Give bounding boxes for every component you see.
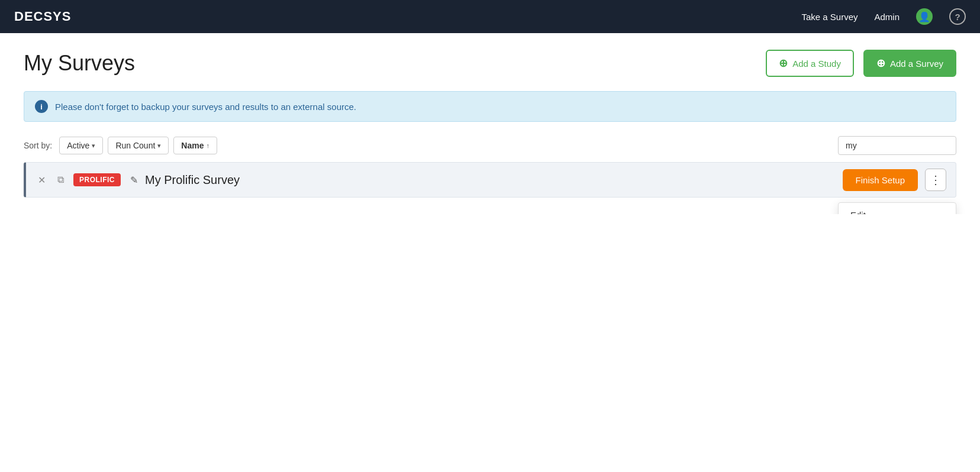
prolific-badge: PROLIFIC xyxy=(73,173,121,186)
brand-logo: DECSYS xyxy=(14,9,71,24)
sort-controls: Sort by: Active ▾ Run Count ▾ Name ↑ xyxy=(24,137,217,154)
sort-active-button[interactable]: Active ▾ xyxy=(59,137,103,154)
survey-row: ✕ ⧉ PROLIFIC ✎ My Prolific Survey Finish… xyxy=(24,162,956,198)
sort-bar: Sort by: Active ▾ Run Count ▾ Name ↑ xyxy=(24,136,956,155)
user-avatar[interactable]: 👤 xyxy=(916,8,933,25)
main-content: My Surveys ⊕ Add a Study ⊕ Add a Survey … xyxy=(0,33,980,214)
sort-by-label: Sort by: xyxy=(24,141,52,150)
info-message: Please don't forget to backup your surve… xyxy=(55,102,356,112)
survey-edit-icon[interactable]: ✎ xyxy=(130,174,138,186)
help-button[interactable]: ? xyxy=(949,8,966,25)
finish-setup-button[interactable]: Finish Setup xyxy=(843,169,918,191)
sort-name-button[interactable]: Name ↑ xyxy=(173,137,217,154)
user-icon: 👤 xyxy=(918,11,930,22)
search-input[interactable] xyxy=(838,136,956,155)
copy-row-button[interactable]: ⧉ xyxy=(55,172,66,187)
add-survey-button[interactable]: ⊕ Add a Survey xyxy=(863,50,956,77)
navbar-right: Take a Survey Admin 👤 ? xyxy=(801,8,966,25)
page-header: My Surveys ⊕ Add a Study ⊕ Add a Survey xyxy=(24,50,956,77)
admin-link[interactable]: Admin xyxy=(874,12,900,22)
dropdown-menu: Edit Prolific Details Preview Export Cha… xyxy=(838,202,956,214)
header-buttons: ⊕ Add a Study ⊕ Add a Survey xyxy=(766,50,956,77)
name-sort-arrow: ↑ xyxy=(206,142,209,149)
survey-name: My Prolific Survey xyxy=(145,173,836,187)
active-dropdown-arrow: ▾ xyxy=(92,142,95,150)
sort-runcount-button[interactable]: Run Count ▾ xyxy=(108,137,169,154)
more-icon: ⋮ xyxy=(930,173,942,187)
navbar: DECSYS Take a Survey Admin 👤 ? xyxy=(0,0,980,33)
help-icon: ? xyxy=(955,12,960,22)
runcount-dropdown-arrow: ▾ xyxy=(157,142,161,150)
take-survey-link[interactable]: Take a Survey xyxy=(801,12,858,22)
add-study-button[interactable]: ⊕ Add a Study xyxy=(766,50,854,77)
more-options-button[interactable]: ⋮ xyxy=(925,169,946,191)
add-study-plus-icon: ⊕ xyxy=(779,57,788,70)
info-banner: i Please don't forget to backup your sur… xyxy=(24,91,956,122)
add-survey-plus-icon: ⊕ xyxy=(876,57,885,70)
page-title: My Surveys xyxy=(24,51,135,76)
dropdown-item-edit[interactable]: Edit xyxy=(839,203,956,214)
survey-row-container: ✕ ⧉ PROLIFIC ✎ My Prolific Survey Finish… xyxy=(24,162,956,198)
delete-row-button[interactable]: ✕ xyxy=(36,172,48,188)
info-icon: i xyxy=(35,100,48,113)
